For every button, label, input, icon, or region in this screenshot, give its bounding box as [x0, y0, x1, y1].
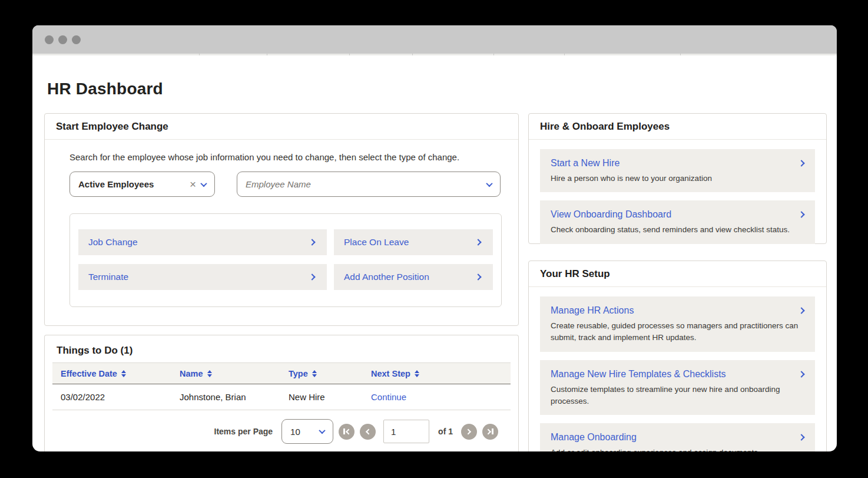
terminate-label: Terminate	[88, 272, 128, 282]
first-page-icon	[343, 428, 344, 434]
window-dot-icon[interactable]	[45, 35, 54, 44]
view-onboarding-dashboard-description: Check onboarding status, send reminders …	[551, 224, 804, 236]
window-dot-icon[interactable]	[72, 35, 81, 44]
last-page-button[interactable]	[482, 424, 498, 440]
table-header-row: Effective Date Name Type Next Step	[52, 362, 511, 384]
chevron-down-icon	[319, 427, 325, 434]
add-another-position-button[interactable]: Add Another Position	[334, 264, 493, 290]
sort-icon	[415, 370, 419, 377]
window-dot-icon[interactable]	[58, 35, 67, 44]
view-onboarding-dashboard-link[interactable]: View Onboarding Dashboard	[551, 209, 671, 220]
hr-setup-panel: Your HR Setup Manage HR Actions Create r…	[528, 261, 827, 451]
chevron-right-icon	[798, 434, 804, 440]
last-page-icon	[485, 428, 491, 434]
chevron-right-icon	[798, 371, 804, 377]
browser-window: HR Dashboard Start Employee Change Searc…	[32, 25, 837, 451]
chevron-right-icon	[475, 239, 481, 245]
start-new-hire-link[interactable]: Start a New Hire	[551, 158, 619, 169]
chevron-right-icon	[475, 273, 481, 280]
sort-icon	[121, 370, 126, 377]
hire-onboard-title: Hire & Onboard Employees	[529, 114, 826, 140]
add-another-position-label: Add Another Position	[344, 272, 429, 282]
place-on-leave-label: Place On Leave	[344, 237, 409, 248]
change-type-group: Job Change Place On Leave Terminate Add …	[69, 213, 502, 307]
start-employee-change-panel: Start Employee Change Search for the emp…	[44, 113, 519, 326]
job-change-label: Job Change	[88, 237, 138, 248]
page-count-label: of 1	[438, 427, 453, 436]
chevron-left-icon	[366, 428, 372, 434]
page-title: HR Dashboard	[47, 80, 163, 98]
hire-onboard-panel: Hire & Onboard Employees Start a New Hir…	[528, 113, 827, 244]
start-new-hire-card[interactable]: Start a New Hire Hire a person who is ne…	[540, 149, 815, 192]
manage-hr-actions-link[interactable]: Manage HR Actions	[551, 305, 634, 316]
view-onboarding-dashboard-card[interactable]: View Onboarding Dashboard Check onboardi…	[540, 200, 815, 243]
manage-templates-checklists-description: Customize templates to streamline your n…	[551, 384, 804, 408]
employee-name-input[interactable]	[246, 179, 487, 189]
chevron-right-icon	[798, 307, 804, 314]
manage-onboarding-card[interactable]: Manage Onboarding Add or edit onboarding…	[540, 423, 815, 451]
terminate-button[interactable]: Terminate	[78, 264, 327, 290]
job-change-button[interactable]: Job Change	[78, 229, 327, 255]
manage-templates-checklists-link[interactable]: Manage New Hire Templates & Checklists	[551, 369, 726, 380]
chevron-right-icon	[309, 273, 315, 280]
things-to-do-title: Things to Do (1)	[45, 335, 518, 362]
things-to-do-table: Effective Date Name Type Next Step 03/02…	[52, 362, 511, 410]
cell-name: Johnstone, Brian	[180, 392, 289, 402]
items-per-page-select[interactable]: 10	[281, 419, 333, 444]
hr-setup-title: Your HR Setup	[529, 261, 826, 287]
chevron-down-icon	[200, 180, 207, 186]
start-new-hire-description: Hire a person who is new to your organiz…	[551, 173, 804, 184]
column-header-name[interactable]: Name	[180, 369, 289, 378]
first-page-button[interactable]	[339, 424, 355, 440]
chevron-right-icon	[309, 239, 315, 245]
window-titlebar	[32, 25, 837, 54]
items-per-page-label: Items per Page	[214, 427, 273, 436]
cell-effective-date: 03/02/2022	[61, 392, 180, 402]
page-number-input[interactable]	[383, 420, 429, 443]
things-to-do-panel: Things to Do (1) Effective Date Name Typ…	[44, 335, 519, 451]
previous-page-button[interactable]	[360, 424, 376, 440]
start-employee-change-title: Start Employee Change	[45, 114, 518, 140]
table-row: 03/02/2022 Johnstone, Brian New Hire Con…	[52, 384, 511, 410]
items-per-page-value: 10	[290, 427, 300, 437]
next-page-button[interactable]	[461, 424, 477, 440]
place-on-leave-button[interactable]: Place On Leave	[334, 229, 493, 255]
manage-hr-actions-card[interactable]: Manage HR Actions Create reusable, guide…	[540, 296, 815, 352]
chevron-down-icon	[486, 180, 492, 186]
manage-hr-actions-description: Create reusable, guided processes so man…	[551, 320, 804, 344]
employee-name-combobox[interactable]	[237, 172, 501, 197]
column-header-effective-date[interactable]: Effective Date	[61, 369, 180, 378]
clear-filter-icon[interactable]: ×	[190, 179, 196, 190]
employee-change-instruction: Search for the employee whose job inform…	[69, 152, 501, 162]
employee-filter-value: Active Employees	[78, 179, 154, 189]
cell-type: New Hire	[289, 392, 371, 402]
chevron-right-icon	[798, 160, 804, 166]
pagination-bar: Items per Page 10 of 1	[45, 410, 518, 444]
column-header-type[interactable]: Type	[289, 369, 371, 378]
sort-icon	[312, 370, 317, 377]
chevron-right-icon	[465, 428, 471, 434]
chevron-right-icon	[798, 212, 804, 218]
employee-filter-select[interactable]: Active Employees ×	[69, 172, 215, 197]
continue-link[interactable]: Continue	[371, 392, 511, 402]
manage-onboarding-link[interactable]: Manage Onboarding	[551, 432, 637, 443]
manage-onboarding-description: Add or edit onboarding experiences and a…	[551, 447, 804, 451]
cropped-toolbar-strip	[32, 54, 837, 55]
sort-icon	[207, 370, 212, 377]
column-header-next-step[interactable]: Next Step	[371, 369, 511, 378]
manage-templates-checklists-card[interactable]: Manage New Hire Templates & Checklists C…	[540, 360, 815, 416]
